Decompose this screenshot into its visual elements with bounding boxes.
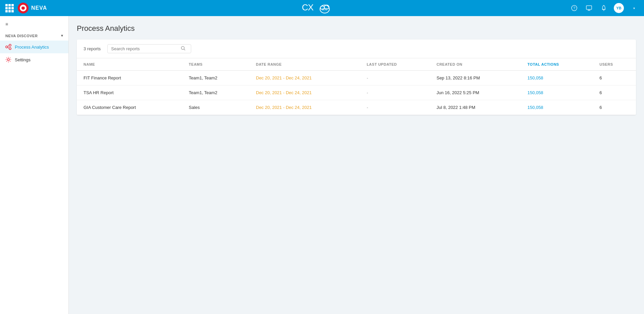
report-table-container: NAME TEAMS DATE RANGE LAST UPDATED CREAT…	[77, 58, 636, 115]
sidebar-item-label-process-analytics: Process Analytics	[15, 45, 49, 50]
cell-name: GIA Customer Care Report	[77, 100, 182, 115]
table-body: FIT Finance Report Team1, Team2 Dec 20, …	[77, 71, 636, 115]
help-icon[interactable]: ?	[570, 3, 579, 13]
user-avatar[interactable]: YB	[614, 3, 624, 13]
cell-date-range: Dec 20, 2021 - Dec 24, 2021	[249, 85, 360, 100]
cell-date-range: Dec 20, 2021 - Dec 24, 2021	[249, 100, 360, 115]
cell-teams: Team1, Team2	[182, 71, 249, 85]
col-header-name: NAME	[77, 58, 182, 71]
svg-point-21	[7, 59, 9, 61]
cell-teams: Team1, Team2	[182, 85, 249, 100]
nav-left: NEVA	[5, 3, 47, 13]
svg-text:?: ?	[573, 6, 575, 10]
table-row[interactable]: TSA HR Report Team1, Team2 Dec 20, 2021 …	[77, 85, 636, 100]
col-header-users: USERS	[593, 58, 636, 71]
sidebar-section-arrow: ▾	[61, 34, 63, 38]
svg-text:one: one	[322, 7, 328, 11]
sidebar-item-label-settings: Settings	[15, 57, 31, 62]
app-body: ≡ NEVA DISCOVER ▾ Process Analytics	[0, 16, 644, 314]
col-header-total-actions: TOTAL ACTIONS	[521, 58, 593, 71]
cell-users: 6	[593, 85, 636, 100]
cell-total-actions: 150,058	[521, 71, 593, 85]
svg-text:CX: CX	[302, 2, 314, 12]
col-header-date-range: DATE RANGE	[249, 58, 360, 71]
sidebar-item-process-analytics[interactable]: Process Analytics	[0, 41, 68, 53]
svg-point-3	[22, 5, 24, 7]
report-card-header: 3 reports	[77, 40, 636, 58]
sidebar: ≡ NEVA DISCOVER ▾ Process Analytics	[0, 16, 69, 314]
svg-point-2	[21, 6, 25, 10]
cell-users: 6	[593, 100, 636, 115]
cell-last-updated: -	[360, 100, 430, 115]
cell-total-actions: 150,058	[521, 85, 593, 100]
search-container	[107, 44, 191, 53]
report-card: 3 reports NAME TE	[77, 40, 636, 115]
search-icon	[181, 46, 185, 52]
col-header-created-on: CREATED ON	[430, 58, 521, 71]
sidebar-section-label: NEVA DISCOVER	[5, 34, 38, 38]
table-row[interactable]: GIA Customer Care Report Sales Dec 20, 2…	[77, 100, 636, 115]
user-dropdown-arrow[interactable]: ▾	[629, 3, 639, 13]
table-header: NAME TEAMS DATE RANGE LAST UPDATED CREAT…	[77, 58, 636, 71]
report-count: 3 reports	[84, 46, 101, 51]
cell-teams: Sales	[182, 100, 249, 115]
table-row[interactable]: FIT Finance Report Team1, Team2 Dec 20, …	[77, 71, 636, 85]
monitor-icon[interactable]	[584, 3, 594, 13]
svg-line-20	[8, 47, 9, 48]
sidebar-hamburger[interactable]: ≡	[0, 19, 68, 31]
svg-point-17	[9, 44, 11, 46]
neva-logo-icon	[18, 3, 29, 13]
svg-point-16	[6, 46, 8, 48]
cell-last-updated: -	[360, 85, 430, 100]
cell-name: TSA HR Report	[77, 85, 182, 100]
bell-icon[interactable]	[599, 3, 608, 13]
top-navigation: NEVA CX one ?	[0, 0, 644, 16]
cell-total-actions: 150,058	[521, 100, 593, 115]
neva-label: NEVA	[31, 5, 47, 11]
cell-created-on: Sep 13, 2022 8:16 PM	[430, 71, 521, 85]
svg-line-23	[184, 49, 185, 51]
cell-created-on: Jul 8, 2022 1:48 PM	[430, 100, 521, 115]
col-header-last-updated: LAST UPDATED	[360, 58, 430, 71]
cell-users: 6	[593, 71, 636, 85]
app-grid-icon[interactable]	[5, 4, 14, 12]
settings-icon	[5, 57, 11, 63]
cell-created-on: Jun 16, 2022 5:25 PM	[430, 85, 521, 100]
sidebar-item-settings[interactable]: Settings	[0, 53, 68, 66]
cell-name: FIT Finance Report	[77, 71, 182, 85]
cell-last-updated: -	[360, 71, 430, 85]
page-title: Process Analytics	[77, 24, 636, 33]
svg-rect-11	[586, 6, 592, 9]
neva-logo: NEVA	[18, 3, 47, 13]
svg-line-19	[8, 46, 9, 47]
report-table: NAME TEAMS DATE RANGE LAST UPDATED CREAT…	[77, 58, 636, 115]
svg-point-18	[9, 48, 11, 50]
main-content: Process Analytics 3 reports	[69, 16, 644, 314]
cxone-svg: CX one	[302, 2, 342, 14]
nav-right: ? YB ▾	[570, 3, 639, 13]
search-input[interactable]	[111, 46, 178, 51]
svg-point-15	[603, 10, 604, 11]
cxone-logo: CX one	[302, 2, 342, 15]
process-analytics-icon	[5, 44, 11, 50]
cell-date-range: Dec 20, 2021 - Dec 24, 2021	[249, 71, 360, 85]
col-header-teams: TEAMS	[182, 58, 249, 71]
svg-point-22	[181, 47, 184, 50]
sidebar-section-neva-discover[interactable]: NEVA DISCOVER ▾	[0, 31, 68, 41]
